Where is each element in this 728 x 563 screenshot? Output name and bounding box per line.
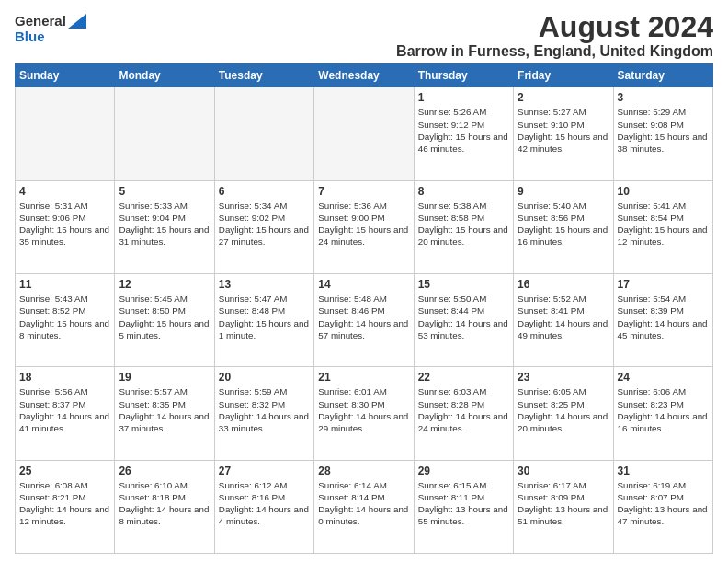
day-number: 5 (119, 184, 210, 199)
col-thursday: Thursday (414, 64, 513, 87)
page: General Blue August 2024 Barrow in Furne… (0, 0, 728, 563)
day-info: Sunrise: 6:01 AM Sunset: 8:30 PM Dayligh… (318, 385, 409, 434)
col-saturday: Saturday (613, 64, 712, 87)
col-tuesday: Tuesday (214, 64, 313, 87)
day-info: Sunrise: 5:56 AM Sunset: 8:37 PM Dayligh… (19, 385, 110, 434)
day-info: Sunrise: 6:17 AM Sunset: 8:09 PM Dayligh… (518, 479, 609, 528)
calendar-header-row: Sunday Monday Tuesday Wednesday Thursday… (16, 64, 713, 87)
calendar-cell (16, 87, 115, 180)
day-info: Sunrise: 5:52 AM Sunset: 8:41 PM Dayligh… (518, 293, 609, 341)
day-info: Sunrise: 5:33 AM Sunset: 9:04 PM Dayligh… (119, 200, 210, 248)
calendar-cell: 19Sunrise: 5:57 AM Sunset: 8:35 PM Dayli… (115, 367, 214, 460)
day-info: Sunrise: 5:47 AM Sunset: 8:48 PM Dayligh… (219, 293, 310, 341)
calendar-week-5: 25Sunrise: 6:08 AM Sunset: 8:21 PM Dayli… (16, 460, 713, 553)
day-info: Sunrise: 5:57 AM Sunset: 8:35 PM Dayligh… (119, 385, 210, 434)
calendar-cell: 17Sunrise: 5:54 AM Sunset: 8:39 PM Dayli… (613, 273, 712, 366)
day-number: 19 (119, 370, 210, 385)
calendar-cell: 4Sunrise: 5:31 AM Sunset: 9:06 PM Daylig… (16, 180, 115, 273)
day-number: 1 (418, 90, 509, 105)
calendar-cell: 12Sunrise: 5:45 AM Sunset: 8:50 PM Dayli… (115, 273, 214, 366)
calendar-cell: 31Sunrise: 6:19 AM Sunset: 8:07 PM Dayli… (613, 460, 712, 553)
day-info: Sunrise: 5:38 AM Sunset: 8:58 PM Dayligh… (418, 200, 509, 248)
calendar-cell: 22Sunrise: 6:03 AM Sunset: 8:28 PM Dayli… (414, 367, 513, 460)
day-info: Sunrise: 6:03 AM Sunset: 8:28 PM Dayligh… (418, 385, 509, 434)
calendar-title: August 2024 (396, 11, 713, 43)
logo: General Blue (15, 13, 86, 45)
day-info: Sunrise: 6:19 AM Sunset: 8:07 PM Dayligh… (618, 479, 709, 528)
day-number: 8 (418, 184, 509, 199)
calendar-cell: 30Sunrise: 6:17 AM Sunset: 8:09 PM Dayli… (514, 460, 613, 553)
day-number: 22 (418, 370, 509, 385)
day-info: Sunrise: 6:08 AM Sunset: 8:21 PM Dayligh… (19, 479, 110, 528)
day-number: 27 (219, 464, 310, 478)
calendar-subtitle: Barrow in Furness, England, United Kingd… (396, 43, 713, 60)
calendar-cell: 14Sunrise: 5:48 AM Sunset: 8:46 PM Dayli… (314, 273, 414, 366)
day-number: 29 (418, 464, 509, 478)
day-info: Sunrise: 6:10 AM Sunset: 8:18 PM Dayligh… (119, 479, 210, 528)
calendar-cell: 20Sunrise: 5:59 AM Sunset: 8:32 PM Dayli… (214, 367, 313, 460)
calendar-cell: 15Sunrise: 5:50 AM Sunset: 8:44 PM Dayli… (414, 273, 513, 366)
col-sunday: Sunday (16, 64, 115, 87)
day-info: Sunrise: 5:50 AM Sunset: 8:44 PM Dayligh… (418, 293, 509, 341)
calendar-cell: 25Sunrise: 6:08 AM Sunset: 8:21 PM Dayli… (16, 460, 115, 553)
day-info: Sunrise: 5:27 AM Sunset: 9:10 PM Dayligh… (518, 106, 609, 155)
day-number: 18 (19, 370, 110, 385)
header: General Blue August 2024 Barrow in Furne… (15, 11, 713, 60)
logo-general: General (15, 13, 66, 29)
day-info: Sunrise: 6:15 AM Sunset: 8:11 PM Dayligh… (418, 479, 509, 528)
day-number: 20 (219, 370, 310, 385)
day-number: 10 (618, 184, 709, 199)
logo-icon (68, 14, 86, 29)
day-info: Sunrise: 6:06 AM Sunset: 8:23 PM Dayligh… (618, 385, 709, 434)
day-number: 12 (119, 277, 210, 292)
calendar-cell: 3Sunrise: 5:29 AM Sunset: 9:08 PM Daylig… (613, 87, 712, 180)
col-friday: Friday (514, 64, 613, 87)
day-number: 13 (219, 277, 310, 292)
day-number: 6 (219, 184, 310, 199)
calendar-cell: 27Sunrise: 6:12 AM Sunset: 8:16 PM Dayli… (214, 460, 313, 553)
day-number: 3 (618, 90, 709, 105)
day-info: Sunrise: 5:48 AM Sunset: 8:46 PM Dayligh… (318, 293, 409, 341)
day-number: 16 (518, 277, 609, 292)
day-number: 4 (19, 184, 110, 199)
calendar-cell: 21Sunrise: 6:01 AM Sunset: 8:30 PM Dayli… (314, 367, 414, 460)
day-number: 14 (318, 277, 409, 292)
day-number: 11 (19, 277, 110, 292)
calendar-week-3: 11Sunrise: 5:43 AM Sunset: 8:52 PM Dayli… (16, 273, 713, 366)
day-number: 23 (518, 370, 609, 385)
calendar-cell: 6Sunrise: 5:34 AM Sunset: 9:02 PM Daylig… (214, 180, 313, 273)
calendar-cell: 11Sunrise: 5:43 AM Sunset: 8:52 PM Dayli… (16, 273, 115, 366)
day-info: Sunrise: 5:26 AM Sunset: 9:12 PM Dayligh… (418, 106, 509, 155)
calendar-cell: 13Sunrise: 5:47 AM Sunset: 8:48 PM Dayli… (214, 273, 313, 366)
calendar-cell: 5Sunrise: 5:33 AM Sunset: 9:04 PM Daylig… (115, 180, 214, 273)
calendar-week-1: 1Sunrise: 5:26 AM Sunset: 9:12 PM Daylig… (16, 87, 713, 180)
calendar-cell: 18Sunrise: 5:56 AM Sunset: 8:37 PM Dayli… (16, 367, 115, 460)
calendar-cell: 8Sunrise: 5:38 AM Sunset: 8:58 PM Daylig… (414, 180, 513, 273)
day-number: 26 (119, 464, 210, 478)
logo-blue: Blue (15, 29, 45, 44)
calendar-cell: 23Sunrise: 6:05 AM Sunset: 8:25 PM Dayli… (514, 367, 613, 460)
day-info: Sunrise: 5:40 AM Sunset: 8:56 PM Dayligh… (518, 200, 609, 248)
day-info: Sunrise: 5:29 AM Sunset: 9:08 PM Dayligh… (618, 106, 709, 155)
calendar-cell: 9Sunrise: 5:40 AM Sunset: 8:56 PM Daylig… (514, 180, 613, 273)
day-number: 21 (318, 370, 409, 385)
day-info: Sunrise: 5:59 AM Sunset: 8:32 PM Dayligh… (219, 385, 310, 434)
day-info: Sunrise: 5:43 AM Sunset: 8:52 PM Dayligh… (19, 293, 110, 341)
calendar-cell: 7Sunrise: 5:36 AM Sunset: 9:00 PM Daylig… (314, 180, 414, 273)
calendar-week-2: 4Sunrise: 5:31 AM Sunset: 9:06 PM Daylig… (16, 180, 713, 273)
svg-marker-0 (68, 14, 86, 29)
day-info: Sunrise: 5:36 AM Sunset: 9:00 PM Dayligh… (318, 200, 409, 248)
calendar-cell: 2Sunrise: 5:27 AM Sunset: 9:10 PM Daylig… (514, 87, 613, 180)
calendar-cell: 24Sunrise: 6:06 AM Sunset: 8:23 PM Dayli… (613, 367, 712, 460)
calendar-cell: 10Sunrise: 5:41 AM Sunset: 8:54 PM Dayli… (613, 180, 712, 273)
day-number: 17 (618, 277, 709, 292)
day-info: Sunrise: 5:45 AM Sunset: 8:50 PM Dayligh… (119, 293, 210, 341)
calendar-cell: 16Sunrise: 5:52 AM Sunset: 8:41 PM Dayli… (514, 273, 613, 366)
day-info: Sunrise: 5:54 AM Sunset: 8:39 PM Dayligh… (618, 293, 709, 341)
day-info: Sunrise: 5:34 AM Sunset: 9:02 PM Dayligh… (219, 200, 310, 248)
day-number: 25 (19, 464, 110, 478)
day-number: 7 (318, 184, 409, 199)
day-number: 2 (518, 90, 609, 105)
calendar-week-4: 18Sunrise: 5:56 AM Sunset: 8:37 PM Dayli… (16, 367, 713, 460)
day-info: Sunrise: 5:31 AM Sunset: 9:06 PM Dayligh… (19, 200, 110, 248)
